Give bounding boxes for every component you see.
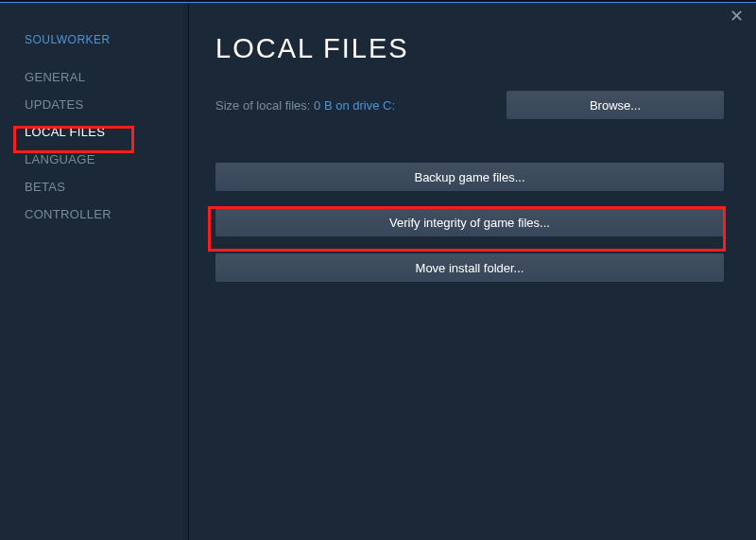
sidebar-item-local-files[interactable]: LOCAL FILES bbox=[0, 118, 188, 146]
size-text: Size of local files: 0 B on drive C: bbox=[215, 96, 395, 113]
move-button[interactable]: Move install folder... bbox=[215, 253, 724, 282]
sidebar-item-updates[interactable]: UPDATES bbox=[0, 91, 188, 118]
verify-button[interactable]: Verify integrity of game files... bbox=[215, 208, 724, 236]
browse-button[interactable]: Browse... bbox=[507, 91, 724, 119]
sidebar: SOULWORKER GENERAL UPDATES LOCAL FILES L… bbox=[0, 3, 189, 540]
app-title: SOULWORKER bbox=[0, 33, 188, 63]
sidebar-item-language[interactable]: LANGUAGE bbox=[0, 146, 188, 173]
sidebar-item-general[interactable]: GENERAL bbox=[0, 63, 188, 91]
size-row: Size of local files: 0 B on drive C: Bro… bbox=[215, 91, 724, 119]
sidebar-item-controller[interactable]: CONTROLLER bbox=[0, 200, 188, 228]
backup-button[interactable]: Backup game files... bbox=[215, 163, 724, 191]
page-title: LOCAL FILES bbox=[215, 33, 724, 64]
sidebar-item-betas[interactable]: BETAS bbox=[0, 173, 188, 200]
window-body: SOULWORKER GENERAL UPDATES LOCAL FILES L… bbox=[0, 0, 756, 540]
content-pane: LOCAL FILES Size of local files: 0 B on … bbox=[189, 3, 756, 540]
size-value: 0 B on drive C: bbox=[314, 98, 395, 113]
size-label: Size of local files: bbox=[215, 98, 314, 113]
